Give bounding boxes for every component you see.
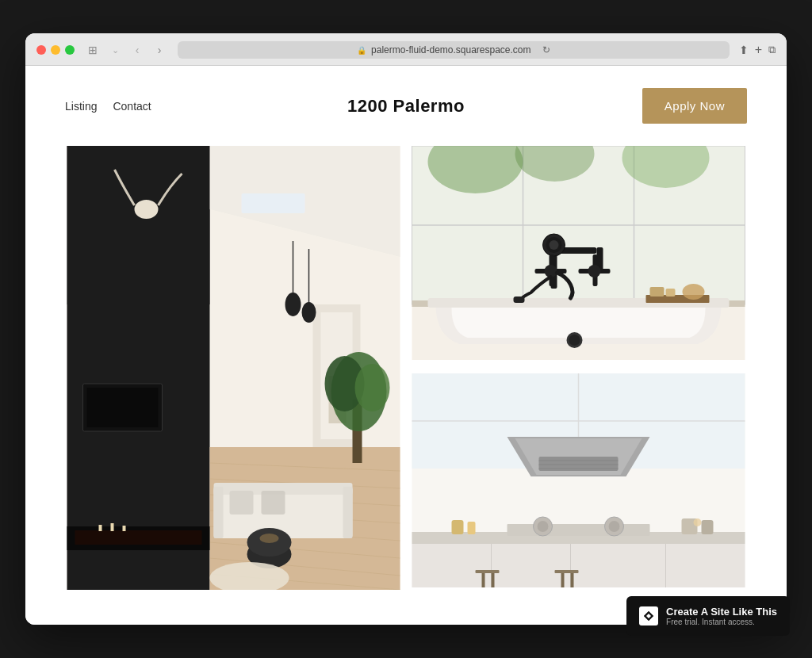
browser-controls: ⊞ ⌄ ‹ › <box>84 41 168 59</box>
minimize-button[interactable] <box>51 45 60 55</box>
svg-point-103 <box>694 518 702 526</box>
svg-rect-101 <box>561 573 565 587</box>
site-header: Listing Contact 1200 Palermo Apply Now <box>25 66 787 146</box>
maximize-button[interactable] <box>65 45 75 55</box>
svg-rect-94 <box>468 522 476 534</box>
svg-point-63 <box>550 240 559 250</box>
svg-rect-40 <box>111 523 114 531</box>
svg-rect-97 <box>476 570 500 573</box>
bathroom-image <box>410 146 747 360</box>
site-content: Listing Contact 1200 Palermo Apply Now <box>25 66 787 625</box>
svg-rect-56 <box>666 289 676 296</box>
window-grid-icon[interactable]: ⊞ <box>84 41 102 59</box>
badge-subtitle: Free trial. Instant access. <box>666 618 777 626</box>
squarespace-badge[interactable]: Create A Site Like This Free trial. Inst… <box>626 596 790 636</box>
share-icon[interactable]: ⬆ <box>739 44 749 56</box>
image-gallery <box>25 146 787 625</box>
browser-chrome: ⊞ ⌄ ‹ › 🔒 palermo-fluid-demo.squarespace… <box>25 33 787 66</box>
svg-rect-39 <box>99 525 102 531</box>
kitchen-image <box>410 373 747 587</box>
svg-rect-99 <box>492 573 495 587</box>
address-bar[interactable]: 🔒 palermo-fluid-demo.squarespace.com ↻ <box>178 41 730 59</box>
svg-point-24 <box>355 364 390 411</box>
forward-button[interactable]: › <box>151 41 168 59</box>
squarespace-logo <box>639 606 658 625</box>
nav-listing[interactable]: Listing <box>65 100 97 113</box>
gallery-living-room <box>65 146 402 593</box>
svg-rect-38 <box>75 530 202 545</box>
lock-icon: 🔒 <box>357 46 366 55</box>
svg-rect-100 <box>555 570 579 573</box>
svg-rect-102 <box>571 573 574 587</box>
svg-point-18 <box>285 293 301 316</box>
svg-point-33 <box>260 534 279 543</box>
svg-rect-4 <box>242 193 305 213</box>
close-button[interactable] <box>36 45 46 55</box>
svg-marker-3 <box>67 146 210 304</box>
svg-rect-70 <box>514 296 525 303</box>
badge-title: Create A Site Like This <box>666 606 777 618</box>
svg-rect-30 <box>262 491 285 515</box>
gallery-bathroom <box>410 146 747 365</box>
reload-icon[interactable]: ↻ <box>542 44 550 55</box>
svg-point-42 <box>135 200 159 219</box>
back-button[interactable]: ‹ <box>128 41 146 59</box>
browser-actions: ⬆ + ⧉ <box>739 43 776 57</box>
tab-overview-icon[interactable]: ⧉ <box>768 44 776 56</box>
nav-contact[interactable]: Contact <box>113 100 151 113</box>
svg-point-57 <box>683 284 705 300</box>
svg-point-72 <box>569 335 580 346</box>
svg-rect-29 <box>230 491 254 515</box>
browser-window: ⊞ ⌄ ‹ › 🔒 palermo-fluid-demo.squarespace… <box>25 33 787 625</box>
svg-rect-98 <box>482 573 485 587</box>
svg-rect-88 <box>508 524 650 536</box>
squarespace-badge-text: Create A Site Like This Free trial. Inst… <box>666 606 777 626</box>
svg-rect-84 <box>412 544 745 587</box>
svg-rect-41 <box>123 526 126 531</box>
svg-rect-27 <box>214 487 224 538</box>
svg-point-92 <box>609 521 620 532</box>
svg-rect-55 <box>650 287 665 296</box>
svg-rect-36 <box>87 388 159 427</box>
svg-rect-93 <box>452 520 464 534</box>
new-tab-icon[interactable]: + <box>755 43 762 57</box>
living-room-image <box>65 146 402 590</box>
svg-point-20 <box>302 302 316 323</box>
back-chevron-icon[interactable]: ⌄ <box>106 41 124 59</box>
url-text: palermo-fluid-demo.squarespace.com <box>371 44 530 55</box>
gallery-kitchen <box>410 373 747 593</box>
svg-point-90 <box>538 521 549 532</box>
svg-rect-96 <box>702 520 714 534</box>
svg-rect-28 <box>343 487 353 538</box>
apply-now-button[interactable]: Apply Now <box>642 88 747 124</box>
svg-point-69 <box>588 265 601 277</box>
main-nav: Listing Contact <box>65 100 151 113</box>
site-title: 1200 Palermo <box>347 96 465 117</box>
traffic-lights <box>36 45 75 55</box>
